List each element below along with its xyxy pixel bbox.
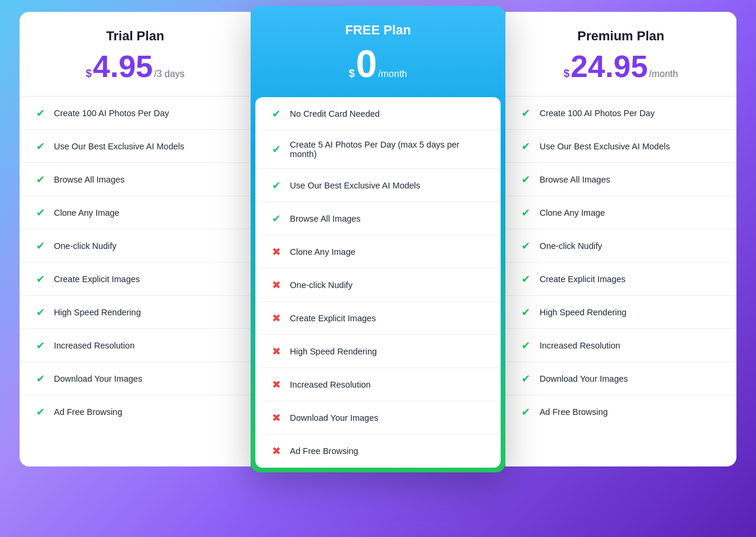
feature-text: One-click Nudify [290, 280, 353, 290]
feature-text: Clone Any Image [54, 208, 119, 218]
list-item: ✔ Download Your Images [20, 362, 251, 395]
check-icon: ✔ [520, 339, 533, 352]
trial-features-list: ✔ Create 100 AI Photos Per Day ✔ Use Our… [20, 97, 251, 429]
feature-text: Create Explicit Images [54, 274, 140, 284]
premium-price-period: /month [649, 69, 678, 79]
list-item: ✖ Increased Resolution [255, 368, 500, 401]
check-icon: ✔ [34, 140, 47, 153]
cross-icon: ✖ [270, 345, 283, 358]
trial-plan-card: Trial Plan $ 4.95 /3 days ✔ Create 100 A… [20, 12, 251, 466]
list-item: ✔ Increased Resolution [505, 329, 736, 362]
list-item: ✔ No Credit Card Needed [255, 97, 500, 130]
list-item: ✔ Clone Any Image [20, 196, 251, 229]
premium-features-wrapper: ✔ Create 100 AI Photos Per Day ✔ Use Our… [505, 97, 736, 429]
feature-text: Ad Free Browsing [290, 446, 358, 456]
list-item: ✔ Increased Resolution [20, 329, 251, 362]
check-icon: ✔ [34, 306, 47, 319]
feature-text: One-click Nudify [540, 241, 603, 251]
check-icon: ✔ [34, 339, 47, 352]
check-icon: ✔ [270, 179, 283, 192]
check-icon: ✔ [34, 173, 47, 186]
feature-text: Create 5 AI Photos Per Day (max 5 days p… [290, 140, 486, 159]
trial-plan-header: Trial Plan $ 4.95 /3 days [20, 12, 251, 96]
free-features-list: ✔ No Credit Card Needed ✔ Create 5 AI Ph… [255, 97, 500, 468]
feature-text: Download Your Images [54, 374, 142, 383]
premium-price-amount: 24.95 [571, 51, 648, 82]
free-plan-price: $ 0 /month [268, 45, 487, 83]
premium-features-list: ✔ Create 100 AI Photos Per Day ✔ Use Our… [505, 97, 736, 429]
list-item: ✖ Clone Any Image [255, 235, 500, 268]
page-wrapper: Trial Plan $ 4.95 /3 days ✔ Create 100 A… [0, 0, 756, 537]
list-item: ✖ Ad Free Browsing [255, 434, 500, 468]
feature-text: Create Explicit Images [290, 314, 376, 323]
list-item: ✔ High Speed Rendering [20, 296, 251, 329]
list-item: ✔ Download Your Images [505, 362, 736, 395]
feature-text: Download Your Images [290, 413, 378, 423]
feature-text: Increased Resolution [54, 341, 134, 350]
check-icon: ✔ [270, 107, 283, 120]
list-item: ✖ Download Your Images [255, 401, 500, 434]
trial-price-amount: 4.95 [93, 51, 153, 82]
check-icon: ✔ [34, 372, 47, 385]
free-features-body: ✔ No Credit Card Needed ✔ Create 5 AI Ph… [255, 97, 500, 468]
feature-text: Clone Any Image [290, 247, 355, 257]
trial-plan-price: $ 4.95 /3 days [37, 51, 233, 82]
check-icon: ✔ [34, 107, 47, 120]
feature-text: Ad Free Browsing [540, 407, 608, 417]
list-item: ✔ Create Explicit Images [20, 263, 251, 296]
check-icon: ✔ [520, 405, 533, 418]
free-plan-card: FREE Plan $ 0 /month ✔ No Credit Card Ne… [251, 6, 505, 472]
premium-plan-price: $ 24.95 /month [523, 51, 719, 82]
check-icon: ✔ [34, 273, 47, 286]
premium-plan-card: Premium Plan $ 24.95 /month ✔ Create 100… [505, 12, 736, 466]
feature-text: Use Our Best Exclusive AI Models [290, 181, 420, 190]
trial-price-dollar: $ [86, 68, 92, 80]
check-icon: ✔ [34, 405, 47, 418]
feature-text: Use Our Best Exclusive AI Models [540, 142, 670, 151]
check-icon: ✔ [520, 372, 533, 385]
list-item: ✖ High Speed Rendering [255, 335, 500, 368]
feature-text: One-click Nudify [54, 241, 117, 251]
check-icon: ✔ [270, 212, 283, 225]
feature-text: Download Your Images [540, 374, 628, 383]
cross-icon: ✖ [270, 378, 283, 391]
free-plan-title: FREE Plan [268, 23, 487, 38]
list-item: ✔ Browse All Images [255, 202, 500, 235]
list-item: ✔ One-click Nudify [20, 229, 251, 263]
feature-text: Create 100 AI Photos Per Day [54, 108, 169, 118]
feature-text: Browse All Images [290, 214, 360, 223]
feature-text: Use Our Best Exclusive AI Models [54, 142, 184, 151]
list-item: ✔ Use Our Best Exclusive AI Models [255, 169, 500, 202]
list-item: ✖ One-click Nudify [255, 268, 500, 302]
cross-icon: ✖ [270, 279, 283, 292]
list-item: ✔ Ad Free Browsing [505, 395, 736, 429]
list-item: ✔ Browse All Images [20, 163, 251, 196]
list-item: ✔ Browse All Images [505, 163, 736, 196]
feature-text: Increased Resolution [540, 341, 620, 350]
list-item: ✔ Ad Free Browsing [20, 395, 251, 429]
check-icon: ✔ [520, 173, 533, 186]
free-price-period: /month [378, 69, 407, 79]
trial-plan-title: Trial Plan [37, 28, 233, 44]
premium-plan-header: Premium Plan $ 24.95 /month [505, 12, 736, 96]
feature-text: Browse All Images [540, 175, 610, 184]
check-icon: ✔ [520, 107, 533, 120]
check-icon: ✔ [520, 206, 533, 219]
list-item: ✔ Use Our Best Exclusive AI Models [20, 130, 251, 163]
cross-icon: ✖ [270, 312, 283, 325]
check-icon: ✔ [520, 239, 533, 252]
free-plan-header: FREE Plan $ 0 /month [251, 6, 505, 97]
premium-plan-title: Premium Plan [523, 28, 719, 44]
feature-text: High Speed Rendering [290, 347, 377, 356]
check-icon: ✔ [34, 206, 47, 219]
feature-text: Create Explicit Images [540, 274, 626, 284]
check-icon: ✔ [520, 140, 533, 153]
list-item: ✔ Create 5 AI Photos Per Day (max 5 days… [255, 130, 500, 169]
free-price-amount: 0 [356, 45, 377, 83]
trial-features-wrapper: ✔ Create 100 AI Photos Per Day ✔ Use Our… [20, 97, 251, 429]
list-item: ✔ High Speed Rendering [505, 296, 736, 329]
list-item: ✔ One-click Nudify [505, 229, 736, 263]
list-item: ✔ Create 100 AI Photos Per Day [505, 97, 736, 130]
feature-text: Increased Resolution [290, 380, 370, 389]
feature-text: No Credit Card Needed [290, 109, 380, 119]
